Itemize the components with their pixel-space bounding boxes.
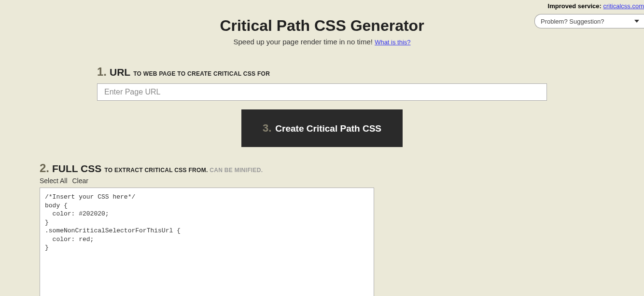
step1-desc: TO WEB PAGE TO CREATE CRITICAL CSS FOR xyxy=(133,70,270,77)
step1-header: 1. URL TO WEB PAGE TO CREATE CRITICAL CS… xyxy=(97,65,547,79)
select-all-link[interactable]: Select All xyxy=(40,177,68,185)
improved-service-label: Improved service: xyxy=(548,2,603,10)
top-bar: Improved service: criticalcss.com Proble… xyxy=(534,0,644,28)
feedback-dropdown[interactable]: Problem? Suggestion? xyxy=(534,14,644,28)
css-textarea[interactable] xyxy=(40,188,374,296)
create-button-label: Create Critical Path CSS xyxy=(275,123,381,134)
step2-desc: TO EXTRACT CRITICAL CSS FROM. CAN BE MIN… xyxy=(104,167,263,174)
page-subtitle: Speed up your page render time in no tim… xyxy=(233,38,410,46)
clear-link[interactable]: Clear xyxy=(72,177,88,185)
create-button[interactable]: 3. Create Critical Path CSS xyxy=(241,109,403,147)
feedback-placeholder: Problem? Suggestion? xyxy=(541,18,604,25)
step2-number: 2. xyxy=(40,161,49,175)
url-input[interactable] xyxy=(97,83,547,101)
improved-service-link[interactable]: criticalcss.com xyxy=(603,2,644,10)
step2-desc-muted: CAN BE MINIFIED. xyxy=(210,167,263,174)
page-title: Critical Path CSS Generator xyxy=(220,17,424,35)
css-actions: Select All Clear xyxy=(40,177,604,185)
url-section: 1. URL TO WEB PAGE TO CREATE CRITICAL CS… xyxy=(97,65,547,101)
main-container: Critical Path CSS Generator Speed up you… xyxy=(0,0,644,296)
improved-service-text: Improved service: criticalcss.com xyxy=(548,0,644,12)
subtitle-text: Speed up your page render time in no tim… xyxy=(233,38,375,46)
css-section: 2. FULL CSS TO EXTRACT CRITICAL CSS FROM… xyxy=(40,161,604,296)
step1-label: URL xyxy=(110,67,130,78)
step1-number: 1. xyxy=(97,65,107,79)
step2-header: 2. FULL CSS TO EXTRACT CRITICAL CSS FROM… xyxy=(40,161,604,175)
step2-desc-text: TO EXTRACT CRITICAL CSS FROM. xyxy=(104,167,210,174)
step2-label: FULL CSS xyxy=(52,163,101,175)
what-is-this-link[interactable]: What is this? xyxy=(375,39,410,46)
step3-number: 3. xyxy=(263,122,271,135)
